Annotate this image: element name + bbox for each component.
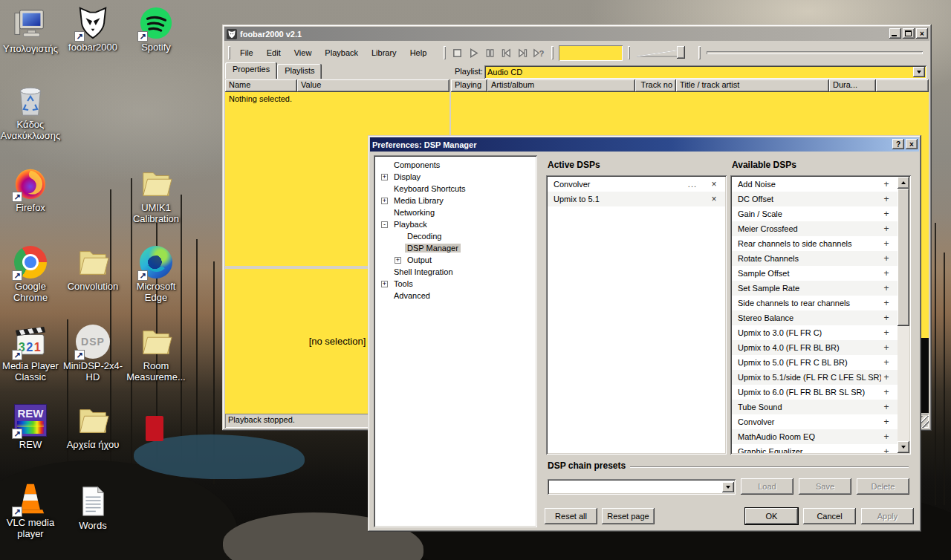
desktop-icon-foobar2000[interactable]: ↗ foobar2000 xyxy=(62,6,124,53)
tree-item[interactable]: + Output xyxy=(374,254,537,266)
available-dsp-row[interactable]: Set Sample Rate + xyxy=(732,281,898,296)
volume-thumb[interactable] xyxy=(677,46,685,59)
add-dsp-icon[interactable]: + xyxy=(881,194,892,204)
menu-item[interactable]: Edit xyxy=(260,46,288,59)
tree-expander-icon[interactable]: + xyxy=(381,198,388,204)
desktop-icon-spotify[interactable]: ↗ Spotify xyxy=(125,6,187,53)
column-header[interactable]: Dura... xyxy=(829,79,876,92)
preset-combo[interactable] xyxy=(548,479,736,495)
column-header[interactable]: Title / track artist xyxy=(676,79,829,92)
menu-item[interactable]: View xyxy=(288,46,319,59)
help-button[interactable]: ? xyxy=(892,139,904,149)
load-button[interactable]: Load xyxy=(741,478,793,495)
add-dsp-icon[interactable]: + xyxy=(881,432,892,442)
add-dsp-icon[interactable]: + xyxy=(881,209,892,219)
active-dsp-row[interactable]: Convolver ... × xyxy=(548,177,725,192)
play-button[interactable] xyxy=(465,45,481,60)
stop-button[interactable] xyxy=(449,45,465,60)
add-dsp-icon[interactable]: + xyxy=(881,268,892,279)
available-dsp-row[interactable]: Graphic Equalizer + xyxy=(732,444,898,453)
available-dsp-row[interactable]: Rotate Channels + xyxy=(732,251,898,266)
seekbar[interactable] xyxy=(707,51,923,54)
desktop-icon-microsoft-edge[interactable]: ↗ Microsoft Edge xyxy=(125,245,187,303)
reset-page-button[interactable]: Reset page xyxy=(602,508,655,524)
add-dsp-icon[interactable]: + xyxy=(881,253,892,264)
tree-item[interactable]: - Playback xyxy=(374,218,537,230)
toolbar-gripper[interactable] xyxy=(228,46,230,59)
tree-item[interactable]: Decoding xyxy=(374,230,537,242)
available-dsp-row[interactable]: Upmix to 3.0 (FL FR C) + xyxy=(732,325,898,340)
column-header[interactable]: Playing xyxy=(451,79,487,92)
available-dsp-row[interactable]: Side channels to rear channels + xyxy=(732,296,898,310)
preferences-tree[interactable]: Components + Display Keyboard Shortcuts … xyxy=(374,155,537,527)
add-dsp-icon[interactable]: + xyxy=(881,342,892,353)
available-dsp-row[interactable]: DC Offset + xyxy=(732,192,898,206)
add-dsp-icon[interactable]: + xyxy=(881,238,892,249)
add-dsp-icon[interactable]: + xyxy=(881,224,892,234)
add-dsp-icon[interactable]: + xyxy=(881,283,892,293)
add-dsp-icon[interactable]: + xyxy=(881,402,892,412)
tree-item[interactable]: + Tools xyxy=(374,278,537,290)
tree-item[interactable]: + Media Library xyxy=(374,195,537,206)
add-dsp-icon[interactable]: + xyxy=(881,298,892,308)
active-dsp-row[interactable]: Upmix to 5.1 × xyxy=(548,192,725,206)
available-dsps-scrollbar[interactable] xyxy=(898,177,909,453)
menu-item[interactable]: Help xyxy=(403,46,434,59)
tree-item[interactable]: + Display xyxy=(374,171,537,183)
delete-button[interactable]: Delete xyxy=(857,478,909,495)
column-header[interactable]: Artist/album xyxy=(487,79,635,92)
preset-combo-input[interactable] xyxy=(548,483,722,492)
volume-slider[interactable] xyxy=(635,45,693,60)
menu-item[interactable]: Playback xyxy=(318,46,365,59)
desktop-icon-room-measurements[interactable]: Room Measureme... xyxy=(125,325,187,382)
desktop-icon-computer[interactable]: Υπολογιστής xyxy=(0,7,62,54)
scrollbar-thumb[interactable] xyxy=(898,189,909,326)
desktop-icon-media-player-classic[interactable]: 321 ↗ Media Player Classic xyxy=(0,325,62,382)
panel-tab[interactable]: Properties xyxy=(225,62,277,79)
random-button[interactable]: ? xyxy=(530,45,547,60)
desktop-icon-recycle-bin[interactable]: Κάδος Ανακύκλωσης xyxy=(0,83,62,141)
playlist-selector-combo[interactable]: Audio CD xyxy=(484,65,926,79)
panel-tab[interactable]: Playlists xyxy=(277,64,322,79)
available-dsps-list[interactable]: Add Noise + DC Offset + Gain / Scale + M… xyxy=(730,175,911,455)
tree-item[interactable]: Keyboard Shortcuts xyxy=(374,183,537,195)
close-button[interactable]: × xyxy=(916,28,928,39)
desktop-icon-words[interactable]: Words xyxy=(62,484,124,531)
add-dsp-icon[interactable]: + xyxy=(881,313,892,323)
available-dsp-row[interactable]: Upmix to 6.0 (FL FR BL BR SL SR) + xyxy=(732,385,898,400)
desktop-icon-rew[interactable]: REW ↗ REW xyxy=(0,403,62,450)
tree-item[interactable]: DSP Manager xyxy=(374,242,537,254)
available-dsp-row[interactable]: Convolver + xyxy=(732,414,898,429)
menu-item[interactable]: File xyxy=(233,46,260,59)
tree-item[interactable]: Shell Integration xyxy=(374,266,537,278)
tree-expander-icon[interactable]: + xyxy=(381,174,388,180)
menu-item[interactable]: Library xyxy=(365,46,403,59)
add-dsp-icon[interactable]: + xyxy=(881,328,892,338)
pause-button[interactable] xyxy=(481,45,498,60)
available-dsp-row[interactable]: Sample Offset + xyxy=(732,266,898,281)
toolbar-gripper[interactable] xyxy=(698,46,701,59)
column-header[interactable] xyxy=(876,79,929,92)
desktop-icon-vlc[interactable]: ↗ VLC media player xyxy=(0,481,62,539)
minimize-button[interactable] xyxy=(889,28,901,39)
desktop-icon-audio-files[interactable]: Αρχεία ήχου xyxy=(62,403,124,450)
previous-button[interactable] xyxy=(498,45,514,60)
column-header[interactable]: Name xyxy=(225,79,297,92)
add-dsp-icon[interactable]: + xyxy=(881,387,892,397)
maximize-button[interactable] xyxy=(903,28,915,39)
foobar-titlebar[interactable]: foobar2000 v2.1 × xyxy=(224,27,929,41)
cancel-button[interactable]: Cancel xyxy=(803,508,856,524)
available-dsp-row[interactable]: Gain / Scale + xyxy=(732,206,898,221)
available-dsp-row[interactable]: Meier Crossfeed + xyxy=(732,221,898,236)
tree-expander-icon[interactable]: + xyxy=(395,257,401,264)
close-button[interactable]: × xyxy=(906,139,918,149)
desktop-icon-google-chrome[interactable]: ↗ Google Chrome xyxy=(0,245,62,303)
desktop-icon-firefox[interactable]: ↗ Firefox xyxy=(0,166,62,213)
save-button[interactable]: Save xyxy=(799,478,851,495)
add-dsp-icon[interactable]: + xyxy=(881,446,892,453)
ok-button[interactable]: OK xyxy=(745,508,798,524)
column-header[interactable]: Track no xyxy=(635,79,676,92)
tree-expander-icon[interactable]: + xyxy=(381,281,388,287)
preset-dropdown-button[interactable] xyxy=(722,482,734,492)
available-dsp-row[interactable]: Add Noise + xyxy=(732,177,898,192)
